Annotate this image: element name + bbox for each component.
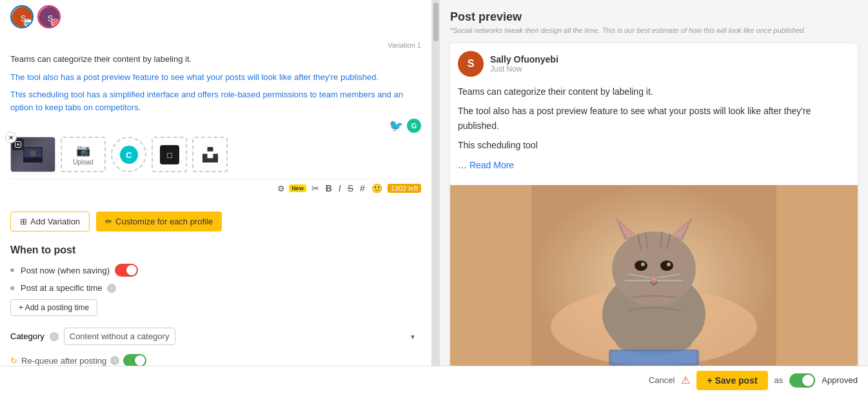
bird-icon: 🐦 bbox=[389, 119, 403, 133]
text-para-2: The tool also has a post preview feature… bbox=[10, 71, 421, 84]
media-thumb-wrapper: ✕ bbox=[10, 137, 55, 172]
post-avatar: S bbox=[458, 51, 484, 77]
requeue-arrow: ↻ bbox=[10, 356, 17, 366]
ai-icon[interactable]: ⚙ bbox=[277, 184, 285, 193]
option-dot-2 bbox=[10, 286, 14, 290]
approved-toggle-knob bbox=[802, 375, 814, 386]
post-header: S Sally Ofuonyebi Just Now bbox=[450, 43, 858, 84]
toggle-knob-1 bbox=[126, 265, 137, 275]
upload-label: Upload bbox=[73, 159, 94, 166]
avatar-instagram[interactable]: S bbox=[37, 5, 61, 28]
svg-rect-8 bbox=[23, 157, 43, 163]
post-avatar-img: S bbox=[458, 51, 484, 77]
svg-point-34 bbox=[615, 328, 647, 351]
svg-point-25 bbox=[635, 261, 647, 271]
media-thumbnail bbox=[10, 137, 55, 172]
post-user-name: Sally Ofuonyebi bbox=[490, 54, 558, 64]
category-label: Category bbox=[10, 331, 44, 341]
post-now-label: Post now (when saving) bbox=[21, 266, 110, 275]
post-specific-info[interactable]: i bbox=[107, 284, 116, 293]
svg-text:□: □ bbox=[167, 150, 172, 160]
strikethrough-btn[interactable]: S bbox=[346, 182, 355, 195]
approved-toggle[interactable] bbox=[789, 373, 815, 388]
char-count: 1902 left bbox=[388, 184, 421, 193]
save-post-btn[interactable]: + Save post bbox=[696, 371, 767, 390]
svg-point-26 bbox=[660, 261, 673, 271]
scroll-thumb[interactable] bbox=[433, 3, 439, 41]
customize-label: Customize for each profile bbox=[115, 217, 213, 226]
magic-icon[interactable]: ✂ bbox=[310, 182, 321, 195]
camera-icon: 📷 bbox=[76, 143, 90, 157]
post-now-row: Post now (when saving) bbox=[10, 264, 421, 277]
add-time-label: + Add a posting time bbox=[19, 303, 89, 312]
preview-para-3: This scheduling tool bbox=[458, 138, 850, 152]
svg-text:C: C bbox=[126, 150, 132, 160]
upload-btn[interactable]: 📷 Upload bbox=[61, 137, 106, 172]
profile-avatars: S S bbox=[0, 0, 431, 34]
content-area: Variation 1 Teams can categorize their c… bbox=[0, 34, 431, 205]
post-now-toggle[interactable] bbox=[115, 264, 138, 277]
requeue-info[interactable]: i bbox=[110, 356, 119, 365]
add-variation-btn[interactable]: ⊞ Add Variation bbox=[10, 212, 90, 231]
save-label: + Save post bbox=[707, 375, 757, 386]
when-to-post-section: When to post Post now (when saving) Post… bbox=[0, 238, 431, 322]
post-body: Teams can categorize their content by la… bbox=[450, 84, 858, 185]
cancel-btn[interactable]: Cancel bbox=[649, 375, 675, 385]
hashtag-btn[interactable]: # bbox=[359, 182, 366, 195]
post-user-info: Sally Ofuonyebi Just Now bbox=[490, 54, 558, 74]
new-badge: New bbox=[289, 184, 306, 192]
toggle-knob-requeue bbox=[135, 355, 145, 366]
requeue-row: ↻ Re-queue after posting i bbox=[0, 350, 431, 366]
italic-btn[interactable]: I bbox=[337, 182, 342, 195]
left-panel: S S Variation 1 Teams can categorize the… bbox=[0, 0, 432, 366]
category-row: Category i Content without a category bbox=[0, 322, 431, 350]
requeue-label-text: Re-queue after posting bbox=[21, 356, 106, 366]
requeue-toggle[interactable] bbox=[123, 354, 146, 366]
add-variation-icon: ⊞ bbox=[20, 217, 27, 226]
post-card: S Sally Ofuonyebi Just Now Teams can cat… bbox=[450, 43, 858, 366]
grammarly-icon: G bbox=[407, 119, 421, 133]
add-variation-label: Add Variation bbox=[30, 217, 80, 226]
read-more-link[interactable]: Read More bbox=[469, 160, 514, 170]
cancel-label: Cancel bbox=[649, 375, 675, 385]
post-specific-row: Post at a specific time i bbox=[10, 283, 421, 293]
crello-btn[interactable]: □ bbox=[152, 137, 187, 172]
preview-title: Post preview bbox=[450, 10, 858, 24]
category-select-wrapper: Content without a category bbox=[64, 328, 421, 345]
when-to-post-title: When to post bbox=[10, 244, 421, 256]
bottom-bar: Cancel ⚠ + Save post as Approved bbox=[0, 366, 868, 394]
approved-label: Approved bbox=[822, 375, 858, 385]
preview-read-more-row: … Read More bbox=[458, 158, 850, 172]
post-text-content: Teams can categorize their content by la… bbox=[10, 53, 421, 113]
remove-media-btn[interactable]: ✕ bbox=[5, 132, 17, 143]
as-label: as bbox=[774, 375, 784, 385]
customize-btn[interactable]: ✏ Customize for each profile bbox=[96, 212, 222, 231]
text-toolbar: ⚙ New ✂ B I S # 🙂 1902 left bbox=[10, 179, 421, 197]
ellipsis: … bbox=[458, 160, 467, 170]
avatar-linkedin[interactable]: S bbox=[10, 5, 34, 28]
post-time: Just Now bbox=[490, 64, 558, 74]
option-dot-1 bbox=[10, 268, 14, 272]
emoji-btn[interactable]: 🙂 bbox=[370, 182, 384, 195]
pencil-icon: ✏ bbox=[105, 217, 112, 226]
svg-point-28 bbox=[667, 262, 671, 266]
right-panel: Post preview *Social networks tweak thei… bbox=[440, 0, 868, 366]
post-image bbox=[450, 185, 858, 366]
text-para-1: Teams can categorize their content by la… bbox=[10, 53, 421, 66]
canva-btn[interactable]: C bbox=[111, 137, 146, 172]
variation-label: Variation 1 bbox=[10, 41, 421, 49]
category-info[interactable]: i bbox=[50, 332, 59, 341]
add-time-btn[interactable]: + Add a posting time bbox=[10, 299, 97, 316]
svg-point-7 bbox=[30, 150, 36, 157]
post-specific-label: Post at a specific time bbox=[21, 283, 102, 293]
action-buttons: ⊞ Add Variation ✏ Customize for each pro… bbox=[0, 205, 431, 238]
scroll-divider bbox=[432, 0, 440, 366]
category-select[interactable]: Content without a category bbox=[64, 328, 175, 345]
bold-btn[interactable]: B bbox=[324, 182, 333, 195]
media-row: ✕ bbox=[10, 137, 421, 172]
unsplash-btn[interactable] bbox=[192, 137, 228, 172]
svg-rect-37 bbox=[612, 351, 696, 363]
preview-subtitle: *Social networks tweak their design all … bbox=[450, 26, 858, 34]
text-para-3: This scheduling tool has a simplified in… bbox=[10, 88, 421, 113]
preview-para-2: The tool also has a post preview feature… bbox=[458, 104, 850, 133]
